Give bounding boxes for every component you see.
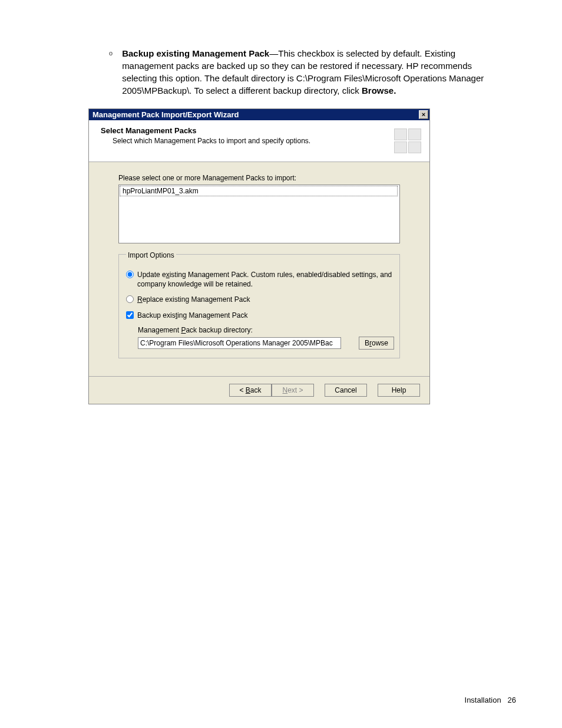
window-title: Management Pack Import/Export Wizard <box>92 110 239 119</box>
fieldset-legend: Import Options <box>126 251 176 259</box>
radio-update-label: Update existing Management Pack. Custom … <box>137 270 392 289</box>
bullet-bold: Backup existing Management Pack <box>122 48 269 58</box>
backup-dir-input[interactable] <box>138 337 341 349</box>
next-button[interactable]: Next > <box>272 384 314 397</box>
header-title: Select Management Packs <box>101 126 310 135</box>
close-icon: × <box>422 111 425 118</box>
titlebar[interactable]: Management Pack Import/Export Wizard × <box>89 109 429 120</box>
radio-replace-row[interactable]: Replace existing Management Pack <box>126 295 392 304</box>
radio-replace-label: Replace existing Management Pack <box>137 295 392 304</box>
bullet-item: o Backup existing Management Pack—This c… <box>109 47 521 97</box>
button-bar: < Back Next > Cancel Help <box>89 376 429 404</box>
bullet-text: Backup existing Management Pack—This che… <box>122 47 497 97</box>
radio-update[interactable] <box>126 271 134 278</box>
browse-button[interactable]: Browse <box>359 337 394 350</box>
footer-section: Installation <box>465 696 501 704</box>
check-backup-label: Backup existing Management Pack <box>137 311 392 320</box>
back-button[interactable]: < Back <box>229 384 272 397</box>
check-backup-row[interactable]: Backup existing Management Pack <box>126 311 392 320</box>
wizard-icon <box>394 129 421 153</box>
bullet-tail-bold: Browse. <box>362 85 396 95</box>
page-footer: Installation 26 <box>465 696 516 704</box>
management-pack-listbox[interactable]: hpProLiantMP01_3.akm <box>118 185 400 243</box>
check-backup[interactable] <box>126 311 134 319</box>
backup-dir-label: Management Pack backup directory: <box>138 326 392 334</box>
wizard-body: Please select one or more Management Pac… <box>89 162 429 376</box>
bullet-marker: o <box>109 50 113 97</box>
radio-replace[interactable] <box>126 295 134 303</box>
list-prompt: Please select one or more Management Pac… <box>118 174 400 182</box>
wizard-dialog: Management Pack Import/Export Wizard × S… <box>88 108 430 404</box>
help-button[interactable]: Help <box>378 384 420 397</box>
header-subtitle: Select which Management Packs to import … <box>113 137 310 145</box>
close-button[interactable]: × <box>419 110 428 119</box>
footer-page: 26 <box>508 696 516 704</box>
wizard-header: Select Management Packs Select which Man… <box>89 120 429 162</box>
list-item[interactable]: hpProLiantMP01_3.akm <box>120 186 398 196</box>
import-options-group: Import Options Update existing Managemen… <box>118 254 400 358</box>
cancel-button[interactable]: Cancel <box>325 384 367 397</box>
radio-update-row[interactable]: Update existing Management Pack. Custom … <box>126 270 392 289</box>
